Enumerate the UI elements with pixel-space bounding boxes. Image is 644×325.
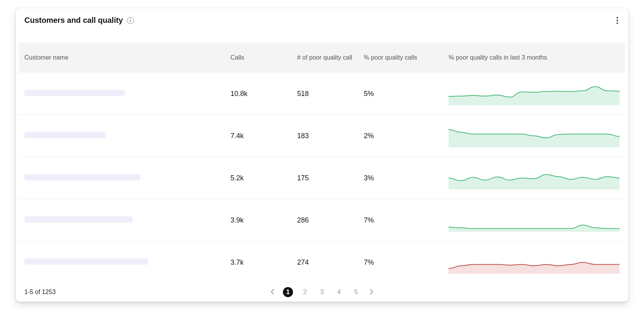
- col-header-customer-name[interactable]: Customer name: [19, 43, 225, 73]
- cell-customer-name[interactable]: [19, 157, 225, 199]
- customers-table: Customer name Calls # of poor quality ca…: [19, 43, 625, 283]
- cell-poor-count: 175: [292, 157, 358, 199]
- cell-calls: 10.8k: [225, 73, 291, 115]
- cell-poor-pct: 7%: [358, 241, 443, 284]
- pagination-page-4[interactable]: 4: [334, 287, 344, 297]
- table-header-row: Customer name Calls # of poor quality ca…: [19, 43, 625, 73]
- cell-sparkline: [443, 73, 625, 115]
- card-customers-call-quality: Customers and call quality Customer name…: [15, 8, 629, 302]
- sparkline-green: [449, 166, 620, 190]
- redacted-text: [24, 90, 125, 96]
- more-options-icon[interactable]: [612, 15, 623, 26]
- cell-customer-name[interactable]: [19, 73, 225, 115]
- pagination-page-5[interactable]: 5: [351, 287, 361, 297]
- cell-calls: 5.2k: [225, 157, 291, 199]
- redacted-text: [24, 174, 140, 180]
- card-footer: 1-5 of 1253 12345: [16, 283, 628, 302]
- cell-poor-count: 286: [292, 199, 358, 241]
- redacted-text: [24, 216, 133, 222]
- redacted-text: [24, 132, 106, 138]
- cell-customer-name[interactable]: [19, 115, 225, 157]
- pagination-next-icon[interactable]: [368, 288, 375, 296]
- pagination-range: 1-5 of 1253: [24, 289, 56, 296]
- card-title: Customers and call quality: [24, 16, 123, 25]
- pagination-page-3[interactable]: 3: [317, 287, 327, 297]
- sparkline-green: [449, 209, 620, 232]
- paginator: 12345: [269, 287, 375, 297]
- table-row[interactable]: 3.7k2747%: [19, 241, 625, 284]
- table-row[interactable]: 5.2k1753%: [19, 157, 625, 199]
- cell-poor-pct: 3%: [358, 157, 443, 199]
- cell-sparkline: [443, 157, 625, 199]
- cell-calls: 3.7k: [225, 241, 291, 284]
- info-icon[interactable]: [127, 17, 134, 24]
- col-header-sparkline[interactable]: % poor quality calls in last 3 months: [443, 43, 625, 73]
- table-row[interactable]: 10.8k5185%: [19, 73, 625, 115]
- cell-sparkline: [443, 115, 625, 157]
- cell-poor-pct: 5%: [358, 73, 443, 115]
- cell-poor-pct: 2%: [358, 115, 443, 157]
- cell-poor-count: 274: [292, 241, 358, 284]
- table-row[interactable]: 3.9k2867%: [19, 199, 625, 241]
- col-header-poor-pct[interactable]: % poor quality calls: [358, 43, 443, 73]
- cell-calls: 3.9k: [225, 199, 291, 241]
- cell-calls: 7.4k: [225, 115, 291, 157]
- table-wrap: Customer name Calls # of poor quality ca…: [16, 27, 628, 283]
- cell-poor-pct: 7%: [358, 199, 443, 241]
- cell-sparkline: [443, 241, 625, 284]
- pagination-page-2[interactable]: 2: [300, 287, 310, 297]
- col-header-calls[interactable]: Calls: [225, 43, 291, 73]
- redacted-text: [24, 258, 148, 265]
- sparkline-green: [449, 124, 620, 147]
- sparkline-red: [449, 251, 620, 274]
- sparkline-green: [449, 82, 620, 105]
- cell-customer-name[interactable]: [19, 241, 225, 284]
- cell-poor-count: 183: [292, 115, 358, 157]
- cell-poor-count: 518: [292, 73, 358, 115]
- cell-sparkline: [443, 199, 625, 241]
- cell-customer-name[interactable]: [19, 199, 225, 241]
- table-row[interactable]: 7.4k1832%: [19, 115, 625, 157]
- pagination-prev-icon[interactable]: [269, 288, 276, 296]
- card-header: Customers and call quality: [16, 8, 628, 27]
- col-header-poor-count[interactable]: # of poor quality call: [292, 43, 358, 73]
- pagination-page-1[interactable]: 1: [283, 287, 293, 297]
